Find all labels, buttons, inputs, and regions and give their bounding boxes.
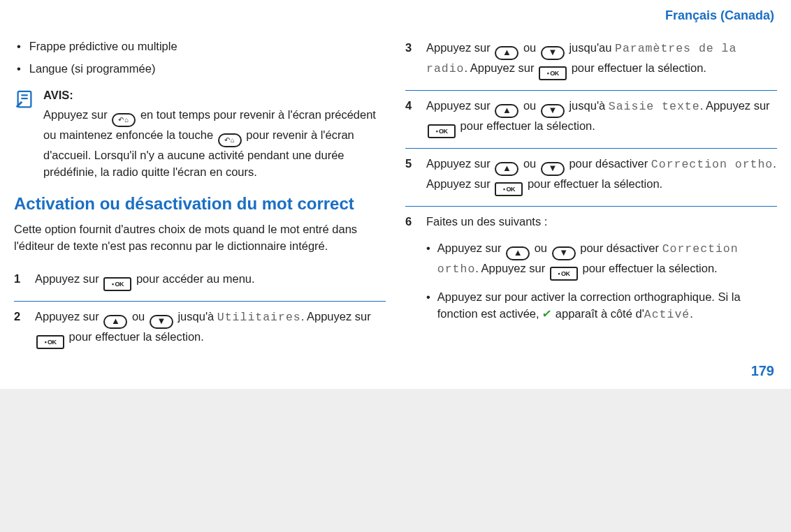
back-key-icon: ↶⌂ [112,113,136,127]
s5d: pour effectuer la sélection. [528,177,662,190]
code-active: Activé [644,308,690,321]
step-4: 4 Appuyez sur ▲ ou ▼ jusqu'à Saisie text… [405,91,777,149]
s1b: pour accéder au menu. [136,272,255,285]
down-key-icon: ▼ [541,104,565,118]
code-utilitaires: Utilitaires [217,311,301,324]
s2d: pour effectuer la sélection. [69,330,204,343]
step-num: 6 [405,214,418,327]
check-icon: ✓ [542,305,553,323]
left-column: Frappe prédictive ou multiple Langue (si… [14,33,386,359]
s4a: Appuyez sur [426,99,493,112]
page-header-language: Français (Canada) [14,7,777,33]
b2b: apparaît à côté d' [556,307,644,320]
step-num: 2 [14,309,27,349]
b1d: pour effectuer la sélection. [582,262,717,274]
down-key-icon: ▼ [541,46,565,60]
step-1: 1 Appuyez sur ▪ OK pour accéder au menu. [14,264,386,302]
b1c: . Appuyez sur [475,262,549,274]
bullet-langue: Langue (si programmée) [17,58,386,80]
avis-title: AVIS: [43,87,386,104]
ok-key-icon: ▪ OK [36,335,64,349]
ok-key-icon: ▪ OK [428,124,456,138]
ok-key-icon: ▪ OK [495,182,523,196]
s1a: Appuyez sur [35,272,102,285]
s3-ou: ou [523,41,539,54]
section-intro: Cette option fournit d'autres choix de m… [14,221,386,255]
right-column: 3 Appuyez sur ▲ ou ▼ jusqu'au Paramètres… [405,33,777,359]
s3c: . Appuyez sur [465,61,538,74]
s4-ou: ou [523,99,539,112]
code-saisie: Saisie texte [609,100,700,113]
s4b: jusqu'à [569,99,608,112]
s2c: . Appuyez sur [301,310,371,323]
page-number: 179 [14,359,777,379]
step-2: 2 Appuyez sur ▲ ou ▼ jusqu'à Utilitaires… [14,302,386,359]
up-key-icon: ▲ [103,315,127,329]
ok-key-icon: ▪ OK [103,277,131,291]
down-key-icon: ▼ [541,162,565,176]
s6-bullet-2: Appuyez sur pour activer la correction o… [426,285,777,327]
s5b: pour désactiver [569,157,651,170]
down-key-icon: ▼ [150,315,173,329]
s2-ou: ou [132,310,148,323]
b2c: . [690,307,693,320]
note-icon [14,89,35,110]
step-num: 1 [14,271,27,291]
up-key-icon: ▲ [495,162,518,176]
step-5: 5 Appuyez sur ▲ ou ▼ pour désactiver Cor… [405,149,777,207]
down-key-icon: ▼ [552,246,576,260]
ok-key-icon: ▪ OK [539,66,567,80]
avis-text: Appuyez sur ↶⌂ en tout temps pour reveni… [43,107,386,181]
b1-ou: ou [535,242,551,254]
section-heading: Activation ou désactivation du mot corre… [14,193,386,214]
s2a: Appuyez sur [35,310,102,323]
code-correction: Correction ortho [651,158,773,171]
s3a: Appuyez sur [426,41,493,54]
b1b: pour désactiver [580,242,662,254]
step-6: 6 Faites un des suivants : Appuyez sur ▲… [405,207,777,337]
ok-key-icon: ▪ OK [550,267,578,281]
s4d: pour effectuer la sélection. [460,119,595,132]
s5a: Appuyez sur [426,157,493,170]
step-num: 5 [405,156,418,196]
bullet-frappe: Frappe prédictive ou multiple [17,36,386,58]
s5-ou: ou [523,157,539,170]
up-key-icon: ▲ [495,46,518,60]
step-num: 4 [405,98,418,138]
s3d: pour effectuer la sélection. [572,61,706,74]
back-key-icon: ↶⌂ [218,133,242,147]
step-3: 3 Appuyez sur ▲ ou ▼ jusqu'au Paramètres… [405,33,777,91]
up-key-icon: ▲ [506,246,530,260]
s2b: jusqu'à [177,310,217,323]
s3b: jusqu'au [569,41,615,54]
s4c: . Appuyez sur [700,99,770,112]
avis-1a: Appuyez sur [43,108,110,121]
s6-intro: Faites un des suivants : [426,214,777,230]
s6-bullet-1: Appuyez sur ▲ ou ▼ pour désactiver Corre… [426,236,777,285]
b1a: Appuyez sur [437,242,505,254]
step-num: 3 [405,40,418,80]
avis-notice: AVIS: Appuyez sur ↶⌂ en tout temps pour … [14,87,386,181]
up-key-icon: ▲ [495,104,518,118]
